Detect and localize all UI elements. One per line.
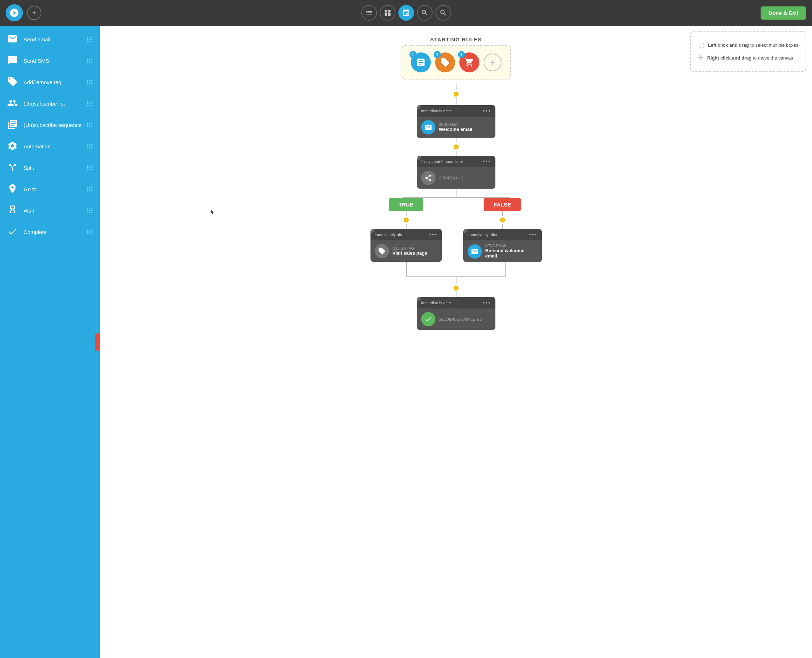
topbar-tools [361,5,451,21]
node-5-card[interactable]: 5 Immediately after ... ••• ASSIGN TAG [371,229,442,262]
send-sms-icon [7,55,19,66]
branch-area: TRUE 5 Immediately after ... ••• [371,198,542,262]
node-6-menu-button[interactable]: ••• [529,232,537,238]
sidebar-item-split[interactable]: Split [0,157,100,178]
drag-handle[interactable] [87,123,93,127]
sidebar-item-wait[interactable]: Wait [0,200,100,221]
grid-view-button[interactable] [380,5,396,21]
node-4-timing: 1 days and 0 hours later [421,160,463,164]
node-4-menu-button[interactable]: ••• [483,158,491,165]
node-6-card[interactable]: 6 Immediately after ... ••• SEND EMAIL [463,229,542,262]
node-6-body: SEND EMAIL Re-send welcome email [463,240,542,262]
connector-start-to-3 [454,83,459,105]
node-6-header: Immediately after ... ••• [463,229,542,240]
sidebar-item-unsubscribe-list[interactable]: (Un)subscribe list [0,93,100,114]
logo [6,4,23,21]
drag-handle[interactable] [87,80,93,85]
drag-handle[interactable] [87,144,93,149]
branch-connector [381,189,531,198]
node-7-header: Immediately after ... ••• [417,297,495,309]
flow-diagram: STARTING RULES 1 1 1 [100,26,812,359]
node-6-title: Re-send welcome email [485,248,537,258]
split-icon [7,162,19,173]
flow-dot [500,218,505,222]
sidebar-item-add-remove-tag[interactable]: Add/remove tag [0,71,100,93]
sidebar-item-send-sms[interactable]: Send SMS [0,50,100,71]
sidebar-item-automation[interactable]: Automation [0,136,100,157]
node-4-text: OPEN EMAIL ? [439,176,463,180]
false-connector [500,211,505,229]
node-7-card[interactable]: 7 Immediately after ... ••• SEQUENCE COM… [417,297,495,330]
rule-add-button[interactable]: + [484,53,501,71]
merge-connector [381,262,531,297]
send-email-icon [7,33,19,45]
node-5-title: Visit sales page [393,251,427,256]
unsubscribe-sequence-icon [7,119,19,130]
rule-form-badge: 1 [409,51,416,58]
unsubscribe-list-icon [7,98,19,109]
node-7-check-icon [421,312,435,326]
canvas[interactable]: ⬚ Left click and drag to select multiple… [100,26,812,658]
zoom-in-button[interactable] [417,5,433,21]
drag-handle[interactable] [87,101,93,106]
list-view-button[interactable] [361,5,377,21]
automation-icon [7,141,19,152]
done-exit-button[interactable]: Done & Exit [760,6,806,20]
drag-handle[interactable] [87,208,93,213]
drag-handle[interactable] [87,230,93,234]
unsubscribe-sequence-label: (Un)subscribe sequence [24,122,87,128]
node-4-card[interactable]: 4 1 days and 0 hours later ••• OPEN EMAI… [417,156,495,189]
node-6-timing: Immediately after ... [468,232,502,237]
node-7-action: SEQUENCE COMPLETED [439,317,482,321]
starting-rules-box: 1 1 1 + [402,45,511,80]
node-7-menu-button[interactable]: ••• [483,299,491,306]
node-6-action: SEND EMAIL [485,244,537,248]
node-7-text: SEQUENCE COMPLETED [439,317,482,321]
rule-form-icon-wrap[interactable]: 1 [411,52,431,72]
sidebar-item-send-email[interactable]: Send email [0,28,100,50]
node-3-menu-button[interactable]: ••• [483,108,491,114]
sidebar: ⋮ Send email Send SMS Ad [0,26,100,658]
node-3-card[interactable]: 3 Immediately after ... ••• SEND EMAIL W… [417,105,495,138]
cursor [210,209,215,216]
go-to-icon [7,183,19,195]
add-remove-tag-icon [7,76,19,88]
node-5-menu-button[interactable]: ••• [429,232,438,238]
sidebar-item-go-to[interactable]: Go to [0,178,100,200]
flow-dot [404,218,409,222]
rule-tag-icon-wrap[interactable]: 1 [435,52,455,72]
flow-view-button[interactable] [398,5,414,21]
node-5-timing: Immediately after ... [375,232,409,237]
node-5-header: Immediately after ... ••• [371,229,442,240]
node-5-body: ASSIGN TAG Visit sales page [371,240,442,262]
node-7-body: SEQUENCE COMPLETED [417,309,495,330]
flow-dot [454,92,459,97]
zoom-out-button[interactable] [435,5,451,21]
node-5-action-icon [375,244,389,258]
split-label: Split [24,165,87,171]
node-3-body: SEND EMAIL Welcome email [417,117,495,138]
drag-handle[interactable] [87,58,93,63]
drag-handle[interactable] [87,37,93,42]
hint-text-1: Left click and drag to select multiple b… [708,41,798,49]
flow-dot [454,144,459,149]
sidebar-collapse-button[interactable]: ⋮ [95,334,100,351]
sidebar-item-complete[interactable]: Complete [0,221,100,243]
add-button[interactable]: + [27,6,41,20]
node-4-body: OPEN EMAIL ? [417,167,495,189]
node-6-action-icon [468,244,482,258]
flow-dot [454,286,459,291]
false-branch: FALSE 6 Immediately after ... ••• [463,198,542,262]
true-badge: TRUE [389,198,423,211]
drag-handle[interactable] [87,187,93,191]
wait-label: Wait [24,208,87,214]
unsubscribe-list-label: (Un)subscribe list [24,100,87,107]
sidebar-item-unsubscribe-sequence[interactable]: (Un)subscribe sequence [0,114,100,136]
rule-cart-icon-wrap[interactable]: 1 [459,52,479,72]
node-4-action-icon [421,171,435,185]
node-5-text: ASSIGN TAG Visit sales page [393,246,427,256]
drag-handle[interactable] [87,166,93,170]
rule-cart-badge: 1 [458,51,465,58]
send-sms-label: Send SMS [24,58,87,64]
node-7-timing: Immediately after ... [421,301,456,305]
